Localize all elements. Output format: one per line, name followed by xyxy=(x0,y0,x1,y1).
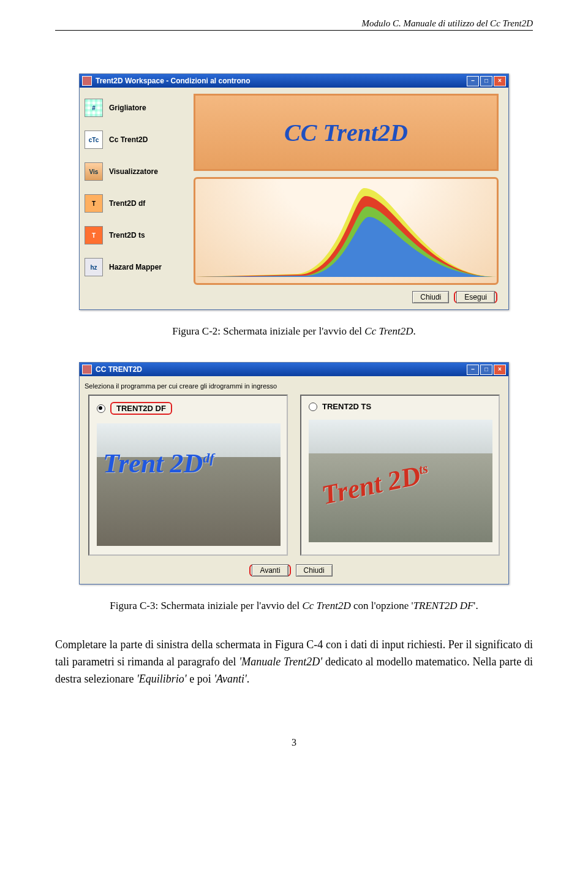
option-card-df: TRENT2D DF Trent 2Ddf xyxy=(88,395,288,556)
window2-title: CC TRENT2D xyxy=(96,365,142,374)
app-icon xyxy=(82,365,92,374)
chiudi-button[interactable]: Chiudi xyxy=(412,291,449,303)
sidebar-item-trent2d-df[interactable]: T Trent2D df xyxy=(85,194,189,213)
minimize-button[interactable]: – xyxy=(467,76,479,86)
sidebar-item-label: Trent2D ts xyxy=(109,231,145,240)
trent2d-workspace-window: Trent2D Workspace - Condizioni al contro… xyxy=(79,74,509,310)
hazard-icon: hz xyxy=(85,258,103,276)
logo-text: CC Trent2D xyxy=(284,118,408,147)
tdf-icon: T xyxy=(85,194,103,213)
chiudi-button[interactable]: Chiudi xyxy=(296,564,333,577)
maximize-button[interactable]: □ xyxy=(480,76,492,86)
df-highlight: TRENT2D DF xyxy=(110,402,172,415)
sidebar-item-grigliatore[interactable]: # Grigliatore xyxy=(85,99,189,117)
radio-label-df: TRENT2D DF xyxy=(113,403,170,414)
close-button[interactable]: × xyxy=(494,76,506,86)
preview-image-df: Trent 2Ddf xyxy=(97,423,281,546)
sidebar-item-label: Hazard Mapper xyxy=(109,263,162,271)
avanti-highlight: Avanti xyxy=(249,564,290,577)
body-paragraph: Completare la parte di sinistra della sc… xyxy=(55,637,533,688)
tts-icon: T xyxy=(85,226,103,244)
sidebar-item-hazard-mapper[interactable]: hz Hazard Mapper xyxy=(85,258,189,276)
cc-trent2d-window: CC TRENT2D – □ × Seleziona il programma … xyxy=(79,362,509,584)
radio-label-ts: TRENT2D TS xyxy=(322,402,371,411)
sidebar-item-cctrent2d[interactable]: cTc Cc Trent2D xyxy=(85,131,189,149)
maximize-button[interactable]: □ xyxy=(480,365,492,375)
window2-titlebar: CC TRENT2D – □ × xyxy=(80,363,508,376)
running-header: Modulo C. Manuale di utilizzo del Cc Tre… xyxy=(55,18,533,31)
sidebar-item-visualizzatore[interactable]: Vis Visualizzatore xyxy=(85,162,189,181)
sidebar-item-label: Visualizzatore xyxy=(109,167,158,176)
avanti-button[interactable]: Avanti xyxy=(252,564,288,577)
window1-titlebar: Trent2D Workspace - Condizioni al contro… xyxy=(80,74,508,88)
app-icon xyxy=(82,76,92,86)
preview-text-df: Trent 2Ddf xyxy=(103,448,214,479)
radio-trent2d-df[interactable] xyxy=(97,404,105,413)
esegui-highlight: Esegui xyxy=(454,291,497,303)
sidebar-item-label: Trent2D df xyxy=(109,199,145,208)
preview-image-ts: Trent 2Dts xyxy=(309,420,492,542)
window1-title: Trent2D Workspace - Condizioni al contro… xyxy=(96,77,250,85)
sidebar-item-trent2d-ts[interactable]: T Trent2D ts xyxy=(85,226,189,244)
figure-caption-c3: Figura C-3: Schermata iniziale per l'avv… xyxy=(55,600,533,612)
radio-trent2d-ts[interactable] xyxy=(309,403,317,411)
figure-caption-c2: Figura C-2: Schermata iniziale per l'avv… xyxy=(55,325,533,338)
minimize-button[interactable]: – xyxy=(467,365,479,375)
sidebar-item-label: Grigliatore xyxy=(109,104,146,112)
instruction-text: Seleziona il programma per cui creare gl… xyxy=(85,382,503,390)
page-number: 3 xyxy=(55,737,533,748)
logo-panel: CC Trent2D xyxy=(194,94,499,171)
ctc-icon: cTc xyxy=(85,131,103,149)
esegui-button[interactable]: Esegui xyxy=(456,291,495,303)
sidebar-item-label: Cc Trent2D xyxy=(109,135,148,144)
vis-icon: Vis xyxy=(85,162,103,181)
hydrograph-chart xyxy=(194,177,499,285)
option-card-ts: TRENT2D TS Trent 2Dts xyxy=(300,395,500,556)
close-button[interactable]: × xyxy=(494,365,506,375)
grid-icon: # xyxy=(85,99,103,117)
